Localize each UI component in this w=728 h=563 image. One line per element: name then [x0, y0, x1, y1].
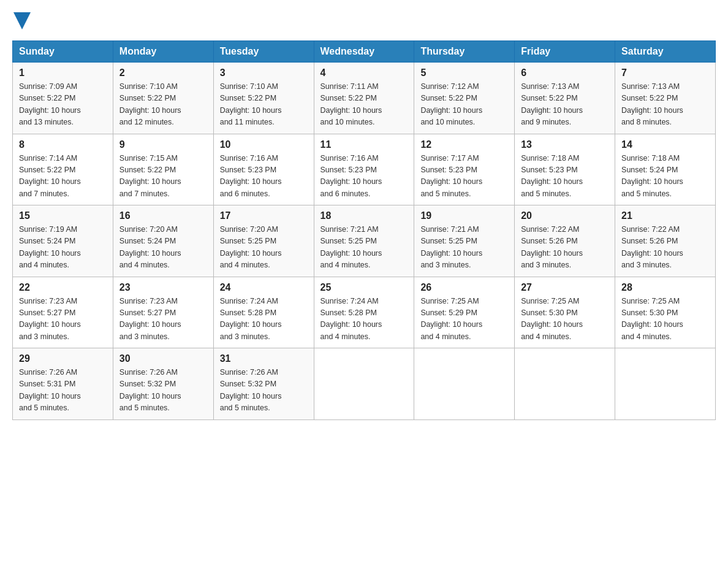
day-number: 2 [119, 67, 207, 79]
calendar-day-cell: 11 Sunrise: 7:16 AM Sunset: 5:23 PM Dayl… [314, 134, 414, 205]
calendar-day-cell: 29 Sunrise: 7:26 AM Sunset: 5:31 PM Dayl… [13, 348, 113, 420]
header-cell-friday: Friday [515, 41, 615, 63]
calendar-day-cell: 2 Sunrise: 7:10 AM Sunset: 5:22 PM Dayli… [113, 63, 213, 134]
calendar-day-cell [414, 348, 515, 420]
calendar-day-cell: 15 Sunrise: 7:19 AM Sunset: 5:24 PM Dayl… [13, 205, 113, 277]
day-info: Sunrise: 7:25 AM Sunset: 5:30 PM Dayligh… [521, 296, 609, 343]
calendar-day-cell: 14 Sunrise: 7:18 AM Sunset: 5:24 PM Dayl… [615, 134, 716, 205]
calendar-day-cell: 18 Sunrise: 7:21 AM Sunset: 5:25 PM Dayl… [314, 205, 414, 277]
day-number: 3 [220, 67, 308, 79]
calendar-day-cell [314, 348, 414, 420]
svg-marker-0 [13, 12, 31, 29]
calendar-day-cell: 24 Sunrise: 7:24 AM Sunset: 5:28 PM Dayl… [213, 277, 314, 348]
header-cell-tuesday: Tuesday [213, 41, 314, 63]
day-info: Sunrise: 7:12 AM Sunset: 5:22 PM Dayligh… [420, 81, 508, 129]
day-info: Sunrise: 7:24 AM Sunset: 5:28 PM Dayligh… [220, 296, 308, 343]
day-number: 23 [119, 282, 207, 293]
calendar-day-cell: 26 Sunrise: 7:25 AM Sunset: 5:29 PM Dayl… [414, 277, 515, 348]
calendar-day-cell: 4 Sunrise: 7:11 AM Sunset: 5:22 PM Dayli… [314, 63, 414, 134]
calendar-day-cell: 6 Sunrise: 7:13 AM Sunset: 5:22 PM Dayli… [515, 63, 615, 134]
day-number: 22 [19, 282, 107, 293]
day-info: Sunrise: 7:20 AM Sunset: 5:24 PM Dayligh… [119, 224, 207, 272]
day-number: 12 [420, 139, 508, 150]
day-info: Sunrise: 7:24 AM Sunset: 5:28 PM Dayligh… [320, 296, 408, 343]
day-number: 17 [220, 210, 308, 221]
header-cell-monday: Monday [113, 41, 213, 63]
day-info: Sunrise: 7:18 AM Sunset: 5:23 PM Dayligh… [521, 153, 609, 201]
calendar-day-cell: 3 Sunrise: 7:10 AM Sunset: 5:22 PM Dayli… [213, 63, 314, 134]
day-info: Sunrise: 7:17 AM Sunset: 5:23 PM Dayligh… [420, 153, 508, 201]
calendar-day-cell: 5 Sunrise: 7:12 AM Sunset: 5:22 PM Dayli… [414, 63, 515, 134]
day-number: 29 [19, 353, 107, 364]
day-info: Sunrise: 7:16 AM Sunset: 5:23 PM Dayligh… [320, 153, 408, 201]
calendar-day-cell: 16 Sunrise: 7:20 AM Sunset: 5:24 PM Dayl… [113, 205, 213, 277]
calendar-day-cell: 12 Sunrise: 7:17 AM Sunset: 5:23 PM Dayl… [414, 134, 515, 205]
day-number: 28 [621, 282, 709, 293]
day-info: Sunrise: 7:26 AM Sunset: 5:31 PM Dayligh… [19, 367, 107, 415]
calendar-day-cell: 13 Sunrise: 7:18 AM Sunset: 5:23 PM Dayl… [515, 134, 615, 205]
day-info: Sunrise: 7:19 AM Sunset: 5:24 PM Dayligh… [19, 224, 107, 272]
day-info: Sunrise: 7:13 AM Sunset: 5:22 PM Dayligh… [621, 81, 709, 129]
day-number: 27 [521, 282, 609, 293]
day-info: Sunrise: 7:14 AM Sunset: 5:22 PM Dayligh… [19, 153, 107, 201]
day-info: Sunrise: 7:10 AM Sunset: 5:22 PM Dayligh… [220, 81, 308, 129]
calendar-day-cell: 23 Sunrise: 7:23 AM Sunset: 5:27 PM Dayl… [113, 277, 213, 348]
day-number: 19 [420, 210, 508, 221]
day-number: 8 [19, 139, 107, 150]
day-number: 10 [220, 139, 308, 150]
page-header [12, 12, 716, 29]
day-info: Sunrise: 7:23 AM Sunset: 5:27 PM Dayligh… [19, 296, 107, 343]
calendar-day-cell [515, 348, 615, 420]
header-cell-thursday: Thursday [414, 41, 515, 63]
day-number: 18 [320, 210, 408, 221]
day-number: 26 [420, 282, 508, 293]
logo [12, 12, 31, 29]
day-info: Sunrise: 7:16 AM Sunset: 5:23 PM Dayligh… [220, 153, 308, 201]
day-number: 21 [621, 210, 709, 221]
calendar-header-row: SundayMondayTuesdayWednesdayThursdayFrid… [13, 41, 716, 63]
day-info: Sunrise: 7:25 AM Sunset: 5:30 PM Dayligh… [621, 296, 709, 343]
calendar-day-cell: 19 Sunrise: 7:21 AM Sunset: 5:25 PM Dayl… [414, 205, 515, 277]
calendar-week-row: 22 Sunrise: 7:23 AM Sunset: 5:27 PM Dayl… [13, 277, 716, 348]
calendar-week-row: 15 Sunrise: 7:19 AM Sunset: 5:24 PM Dayl… [13, 205, 716, 277]
day-number: 6 [521, 67, 609, 79]
calendar-week-row: 29 Sunrise: 7:26 AM Sunset: 5:31 PM Dayl… [13, 348, 716, 420]
header-cell-saturday: Saturday [615, 41, 716, 63]
day-number: 1 [19, 67, 107, 79]
calendar-day-cell: 22 Sunrise: 7:23 AM Sunset: 5:27 PM Dayl… [13, 277, 113, 348]
calendar-day-cell: 20 Sunrise: 7:22 AM Sunset: 5:26 PM Dayl… [515, 205, 615, 277]
logo-icon [13, 12, 31, 29]
day-info: Sunrise: 7:18 AM Sunset: 5:24 PM Dayligh… [621, 153, 709, 201]
day-number: 7 [621, 67, 709, 79]
header-cell-wednesday: Wednesday [314, 41, 414, 63]
calendar-day-cell: 7 Sunrise: 7:13 AM Sunset: 5:22 PM Dayli… [615, 63, 716, 134]
calendar-day-cell: 27 Sunrise: 7:25 AM Sunset: 5:30 PM Dayl… [515, 277, 615, 348]
calendar-table: SundayMondayTuesdayWednesdayThursdayFrid… [12, 40, 716, 420]
day-info: Sunrise: 7:21 AM Sunset: 5:25 PM Dayligh… [320, 224, 408, 272]
day-info: Sunrise: 7:22 AM Sunset: 5:26 PM Dayligh… [621, 224, 709, 272]
calendar-day-cell: 10 Sunrise: 7:16 AM Sunset: 5:23 PM Dayl… [213, 134, 314, 205]
calendar-week-row: 1 Sunrise: 7:09 AM Sunset: 5:22 PM Dayli… [13, 63, 716, 134]
calendar-day-cell: 25 Sunrise: 7:24 AM Sunset: 5:28 PM Dayl… [314, 277, 414, 348]
header-cell-sunday: Sunday [13, 41, 113, 63]
day-number: 20 [521, 210, 609, 221]
calendar-day-cell: 28 Sunrise: 7:25 AM Sunset: 5:30 PM Dayl… [615, 277, 716, 348]
day-info: Sunrise: 7:09 AM Sunset: 5:22 PM Dayligh… [19, 81, 107, 129]
day-number: 13 [521, 139, 609, 150]
day-number: 24 [220, 282, 308, 293]
day-info: Sunrise: 7:10 AM Sunset: 5:22 PM Dayligh… [119, 81, 207, 129]
calendar-day-cell: 17 Sunrise: 7:20 AM Sunset: 5:25 PM Dayl… [213, 205, 314, 277]
calendar-day-cell: 21 Sunrise: 7:22 AM Sunset: 5:26 PM Dayl… [615, 205, 716, 277]
calendar-day-cell: 31 Sunrise: 7:26 AM Sunset: 5:32 PM Dayl… [213, 348, 314, 420]
calendar-day-cell: 30 Sunrise: 7:26 AM Sunset: 5:32 PM Dayl… [113, 348, 213, 420]
calendar-week-row: 8 Sunrise: 7:14 AM Sunset: 5:22 PM Dayli… [13, 134, 716, 205]
day-number: 14 [621, 139, 709, 150]
day-number: 25 [320, 282, 408, 293]
day-info: Sunrise: 7:13 AM Sunset: 5:22 PM Dayligh… [521, 81, 609, 129]
day-number: 9 [119, 139, 207, 150]
day-number: 11 [320, 139, 408, 150]
day-number: 30 [119, 353, 207, 364]
day-number: 31 [220, 353, 308, 364]
day-info: Sunrise: 7:26 AM Sunset: 5:32 PM Dayligh… [220, 367, 308, 415]
day-info: Sunrise: 7:15 AM Sunset: 5:22 PM Dayligh… [119, 153, 207, 201]
